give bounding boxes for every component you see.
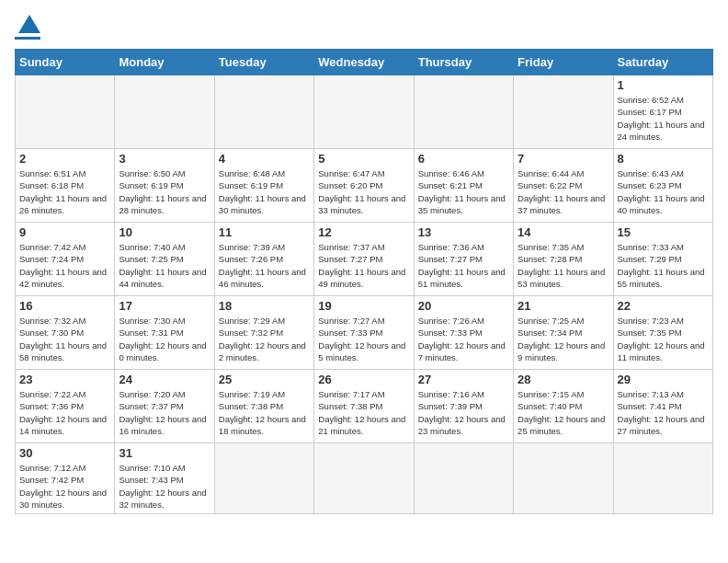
calendar-day-cell: 15Sunrise: 7:33 AMSunset: 7:29 PMDayligh… (613, 223, 712, 296)
day-number: 4 (219, 152, 310, 166)
logo-underline (15, 37, 40, 40)
day-info: Sunrise: 7:19 AMSunset: 7:38 PMDaylight:… (219, 388, 310, 437)
day-info: Sunrise: 6:51 AMSunset: 6:18 PMDaylight:… (19, 167, 110, 216)
day-number: 18 (219, 299, 310, 313)
day-number: 26 (318, 373, 409, 386)
day-number: 21 (518, 299, 609, 313)
calendar-day-cell (214, 75, 313, 149)
day-number: 12 (318, 225, 409, 239)
day-number: 7 (518, 152, 609, 166)
day-number: 31 (119, 446, 210, 460)
calendar-day-cell: 25Sunrise: 7:19 AMSunset: 7:38 PMDayligh… (214, 370, 313, 443)
day-number: 23 (19, 373, 110, 386)
calendar-day-cell: 20Sunrise: 7:26 AMSunset: 7:33 PMDayligh… (414, 296, 513, 370)
day-info: Sunrise: 7:12 AMSunset: 7:42 PMDaylight:… (19, 462, 110, 511)
calendar-day-cell: 14Sunrise: 7:35 AMSunset: 7:28 PMDayligh… (514, 223, 613, 296)
calendar-day-cell: 18Sunrise: 7:29 AMSunset: 7:32 PMDayligh… (214, 296, 313, 370)
day-info: Sunrise: 7:37 AMSunset: 7:27 PMDaylight:… (318, 241, 409, 290)
calendar-day-cell (414, 443, 513, 514)
calendar-day-cell: 8Sunrise: 6:43 AMSunset: 6:23 PMDaylight… (613, 149, 712, 223)
day-info: Sunrise: 7:39 AMSunset: 7:26 PMDaylight:… (219, 241, 310, 290)
day-number: 3 (119, 152, 210, 166)
weekday-header-friday: Friday (514, 50, 613, 75)
day-info: Sunrise: 7:10 AMSunset: 7:43 PMDaylight:… (119, 462, 210, 511)
calendar-day-cell (16, 75, 115, 149)
day-info: Sunrise: 7:29 AMSunset: 7:32 PMDaylight:… (219, 315, 310, 363)
calendar-week-row: 16Sunrise: 7:32 AMSunset: 7:30 PMDayligh… (16, 296, 713, 370)
day-number: 2 (19, 152, 110, 166)
calendar-table: SundayMondayTuesdayWednesdayThursdayFrid… (15, 49, 713, 514)
day-info: Sunrise: 7:20 AMSunset: 7:37 PMDaylight:… (119, 388, 210, 437)
calendar-day-cell (314, 443, 414, 514)
calendar-week-row: 9Sunrise: 7:42 AMSunset: 7:24 PMDaylight… (16, 223, 713, 296)
header (15, 15, 713, 40)
day-info: Sunrise: 6:46 AMSunset: 6:21 PMDaylight:… (418, 167, 509, 216)
day-info: Sunrise: 7:13 AMSunset: 7:41 PMDaylight:… (618, 388, 709, 437)
day-number: 5 (318, 152, 409, 166)
calendar-day-cell: 29Sunrise: 7:13 AMSunset: 7:41 PMDayligh… (613, 370, 712, 443)
day-info: Sunrise: 7:36 AMSunset: 7:27 PMDaylight:… (418, 241, 509, 290)
day-number: 22 (618, 299, 709, 313)
calendar-day-cell (414, 75, 513, 149)
day-number: 27 (418, 373, 509, 386)
calendar-day-cell: 10Sunrise: 7:40 AMSunset: 7:25 PMDayligh… (115, 223, 214, 296)
day-info: Sunrise: 7:16 AMSunset: 7:39 PMDaylight:… (418, 388, 509, 437)
day-number: 11 (219, 225, 310, 239)
calendar-day-cell: 26Sunrise: 7:17 AMSunset: 7:38 PMDayligh… (314, 370, 414, 443)
day-info: Sunrise: 7:27 AMSunset: 7:33 PMDaylight:… (318, 315, 409, 363)
day-info: Sunrise: 6:43 AMSunset: 6:23 PMDaylight:… (618, 167, 709, 216)
day-number: 15 (618, 225, 709, 239)
day-info: Sunrise: 7:30 AMSunset: 7:31 PMDaylight:… (119, 315, 210, 363)
day-number: 6 (418, 152, 509, 166)
calendar-day-cell: 27Sunrise: 7:16 AMSunset: 7:39 PMDayligh… (414, 370, 513, 443)
day-number: 17 (119, 299, 210, 313)
day-info: Sunrise: 6:47 AMSunset: 6:20 PMDaylight:… (318, 167, 409, 216)
day-number: 8 (618, 152, 709, 166)
calendar-day-cell: 21Sunrise: 7:25 AMSunset: 7:34 PMDayligh… (514, 296, 613, 370)
weekday-header-tuesday: Tuesday (214, 50, 313, 75)
calendar-day-cell: 19Sunrise: 7:27 AMSunset: 7:33 PMDayligh… (314, 296, 414, 370)
calendar-week-row: 1Sunrise: 6:52 AMSunset: 6:17 PMDaylight… (16, 75, 713, 149)
calendar-day-cell: 31Sunrise: 7:10 AMSunset: 7:43 PMDayligh… (115, 443, 214, 514)
weekday-header-thursday: Thursday (414, 50, 513, 75)
day-info: Sunrise: 7:26 AMSunset: 7:33 PMDaylight:… (418, 315, 509, 363)
calendar-week-row: 2Sunrise: 6:51 AMSunset: 6:18 PMDaylight… (16, 149, 713, 223)
logo-triangle-icon (18, 15, 40, 33)
weekday-header-row: SundayMondayTuesdayWednesdayThursdayFrid… (16, 50, 713, 75)
calendar-day-cell (214, 443, 313, 514)
calendar-day-cell: 22Sunrise: 7:23 AMSunset: 7:35 PMDayligh… (613, 296, 712, 370)
calendar-day-cell (514, 75, 613, 149)
day-info: Sunrise: 7:23 AMSunset: 7:35 PMDaylight:… (618, 315, 709, 363)
day-info: Sunrise: 7:15 AMSunset: 7:40 PMDaylight:… (518, 388, 609, 437)
calendar-day-cell: 13Sunrise: 7:36 AMSunset: 7:27 PMDayligh… (414, 223, 513, 296)
day-info: Sunrise: 6:48 AMSunset: 6:19 PMDaylight:… (219, 167, 310, 216)
day-info: Sunrise: 7:42 AMSunset: 7:24 PMDaylight:… (19, 241, 110, 290)
weekday-header-saturday: Saturday (613, 50, 712, 75)
day-number: 30 (19, 446, 110, 460)
day-number: 9 (19, 225, 110, 239)
day-info: Sunrise: 7:40 AMSunset: 7:25 PMDaylight:… (119, 241, 210, 290)
calendar-day-cell: 7Sunrise: 6:44 AMSunset: 6:22 PMDaylight… (514, 149, 613, 223)
day-info: Sunrise: 7:17 AMSunset: 7:38 PMDaylight:… (318, 388, 409, 437)
day-number: 29 (618, 373, 709, 386)
calendar-day-cell: 11Sunrise: 7:39 AMSunset: 7:26 PMDayligh… (214, 223, 313, 296)
calendar-day-cell: 28Sunrise: 7:15 AMSunset: 7:40 PMDayligh… (514, 370, 613, 443)
calendar-day-cell: 4Sunrise: 6:48 AMSunset: 6:19 PMDaylight… (214, 149, 313, 223)
calendar-day-cell: 30Sunrise: 7:12 AMSunset: 7:42 PMDayligh… (16, 443, 115, 514)
day-info: Sunrise: 6:50 AMSunset: 6:19 PMDaylight:… (119, 167, 210, 216)
calendar-day-cell (314, 75, 414, 149)
calendar-day-cell: 16Sunrise: 7:32 AMSunset: 7:30 PMDayligh… (16, 296, 115, 370)
weekday-header-monday: Monday (115, 50, 214, 75)
calendar-day-cell: 3Sunrise: 6:50 AMSunset: 6:19 PMDaylight… (115, 149, 214, 223)
day-number: 16 (19, 299, 110, 313)
calendar-week-row: 30Sunrise: 7:12 AMSunset: 7:42 PMDayligh… (16, 443, 713, 514)
calendar-day-cell: 24Sunrise: 7:20 AMSunset: 7:37 PMDayligh… (115, 370, 214, 443)
day-info: Sunrise: 7:33 AMSunset: 7:29 PMDaylight:… (618, 241, 709, 290)
weekday-header-wednesday: Wednesday (314, 50, 414, 75)
day-number: 13 (418, 225, 509, 239)
day-info: Sunrise: 7:22 AMSunset: 7:36 PMDaylight:… (19, 388, 110, 437)
day-info: Sunrise: 6:44 AMSunset: 6:22 PMDaylight:… (518, 167, 609, 216)
day-number: 10 (119, 225, 210, 239)
day-number: 1 (618, 78, 709, 92)
calendar-day-cell: 2Sunrise: 6:51 AMSunset: 6:18 PMDaylight… (16, 149, 115, 223)
